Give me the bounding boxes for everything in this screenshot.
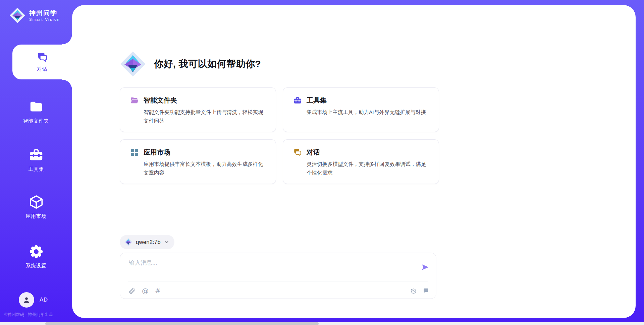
gear-icon — [29, 244, 44, 259]
sidebar-item-smart-folder[interactable]: 智能文件夹 — [0, 99, 72, 124]
card-app-market[interactable]: 应用市场 应用市场提供丰富长文本模板，助力高效生成多样化文章内容 — [120, 139, 276, 184]
tab-fillet-top — [62, 35, 72, 45]
send-icon — [421, 263, 430, 272]
folder-icon — [29, 99, 44, 115]
brand-logo: 神州问学 Smart Vision — [9, 7, 60, 23]
sidebar-item-toolset[interactable]: 工具集 — [0, 147, 72, 173]
toolbox-icon — [29, 147, 44, 163]
sidebar-item-label: 对话 — [37, 66, 48, 72]
sidebar-item-label: 智能文件夹 — [23, 118, 49, 124]
user-profile[interactable]: AD — [19, 292, 48, 308]
app-window: 神州问学 Smart Vision 对话 智能文件夹 — [0, 0, 644, 325]
sidebar-item-chat[interactable]: 对话 — [12, 45, 72, 79]
chat-bubble-icon — [423, 287, 429, 294]
card-title: 工具集 — [307, 96, 327, 105]
card-title: 智能文件夹 — [144, 96, 177, 105]
sidebar-item-app-market[interactable]: 应用市场 — [0, 194, 72, 219]
feature-cards: 智能文件夹 智能文件夹功能支持批量文件上传与清洗，轻松实现文件问答 — [120, 87, 439, 184]
copyright-text: ©神州数码 · 神州问学出品 — [4, 312, 75, 318]
sidebar-item-label: 工具集 — [28, 166, 44, 173]
tab-fillet-bottom — [62, 79, 72, 89]
sidebar-item-settings[interactable]: 系统设置 — [0, 244, 72, 269]
paperclip-icon — [129, 287, 136, 294]
new-chat-button[interactable] — [423, 287, 429, 294]
user-initials: AD — [40, 297, 48, 303]
diamond-logo-icon — [124, 238, 132, 246]
card-toolset[interactable]: 工具集 集成市场上主流工具，助力AI与外界无缝扩展与对接 — [283, 87, 439, 132]
topic-button[interactable]: # — [155, 287, 161, 295]
cube-icon — [29, 194, 44, 210]
diamond-logo-icon — [120, 51, 146, 77]
avatar — [19, 292, 34, 308]
at-icon: @ — [142, 287, 149, 295]
person-icon — [22, 296, 31, 304]
message-composer: @ # — [120, 253, 436, 299]
attach-file-button[interactable] — [129, 287, 136, 294]
hash-icon: # — [155, 287, 161, 295]
model-selector[interactable]: qwen2:7b — [120, 235, 174, 249]
card-smart-folder[interactable]: 智能文件夹 智能文件夹功能支持批量文件上传与清洗，轻松实现文件问答 — [120, 87, 276, 132]
toolbox-icon — [293, 96, 302, 105]
sidebar-item-label: 系统设置 — [26, 263, 47, 269]
brand-subtitle: Smart Vision — [29, 17, 60, 21]
card-description: 智能文件夹功能支持批量文件上传与清洗，轻松实现文件问答 — [144, 108, 267, 125]
card-description: 集成市场上主流工具，助力AI与外界无缝扩展与对接 — [307, 108, 430, 117]
folder-open-icon — [130, 96, 139, 105]
greeting-block: 你好, 我可以如何帮助你? — [120, 51, 261, 77]
card-description: 灵活切换多模型文件，支持多样回复效果调试，满足个性化需求 — [307, 160, 430, 177]
chevron-down-icon — [164, 240, 169, 245]
card-title: 对话 — [307, 148, 320, 157]
chat-icon — [293, 148, 302, 157]
composer-divider — [128, 281, 428, 281]
brand-name: 神州问学 — [29, 9, 60, 17]
scrollbar-thumb[interactable] — [45, 322, 319, 325]
page-title: 你好, 我可以如何帮助你? — [154, 58, 261, 70]
mention-button[interactable]: @ — [142, 287, 149, 295]
chat-icon — [37, 52, 48, 63]
horizontal-scrollbar[interactable] — [0, 322, 644, 325]
card-description: 应用市场提供丰富长文本模板，助力高效生成多样化文章内容 — [144, 160, 267, 177]
diamond-logo-icon — [9, 7, 25, 23]
message-input[interactable] — [129, 259, 404, 277]
card-chat[interactable]: 对话 灵活切换多模型文件，支持多样回复效果调试，满足个性化需求 — [283, 139, 439, 184]
history-button[interactable] — [410, 287, 417, 294]
composer-toolbar: @ # — [129, 285, 429, 296]
history-icon — [410, 287, 417, 294]
grid-icon — [130, 148, 139, 157]
model-name: qwen2:7b — [136, 239, 161, 246]
sidebar-item-label: 应用市场 — [26, 213, 47, 219]
card-title: 应用市场 — [144, 148, 170, 157]
send-button[interactable] — [421, 263, 430, 272]
